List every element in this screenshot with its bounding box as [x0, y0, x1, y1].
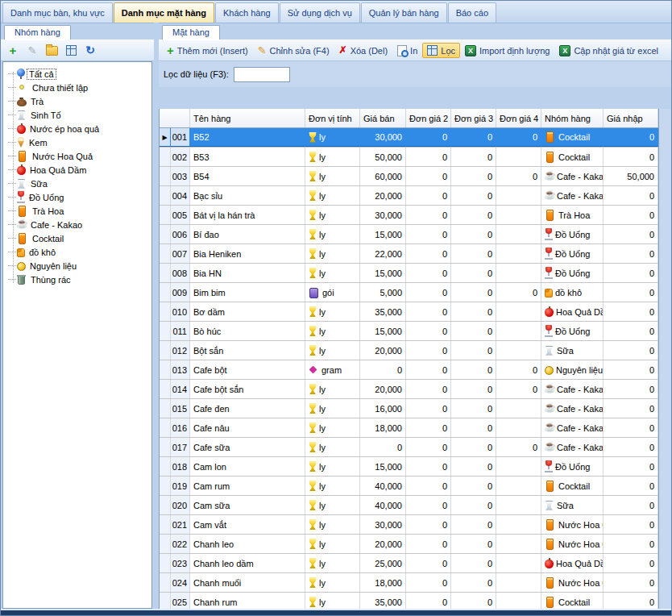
sale-price-cell[interactable]: 20,000 [360, 341, 406, 360]
column-header-Giá bán[interactable]: Giá bán [360, 109, 406, 127]
row-number-cell[interactable]: 009 [171, 283, 190, 302]
column-header-Nhóm hàng[interactable]: Nhóm hàng [541, 109, 604, 127]
ch-nh-s-a-f4--button[interactable]: ✎Chỉnh sửa (F4) [253, 43, 334, 58]
item-name-cell[interactable]: Bí đao [190, 225, 305, 243]
column-header-indicator[interactable] [160, 109, 190, 127]
row-indicator-cell[interactable] [160, 477, 171, 495]
price2-cell[interactable]: 0 [406, 515, 451, 534]
unit-cell[interactable]: ly [305, 341, 360, 360]
price3-cell[interactable]: 0 [451, 438, 496, 456]
item-name-cell[interactable]: Chanh leo [190, 535, 305, 553]
sale-price-cell[interactable]: 0 [360, 360, 406, 379]
sale-price-cell[interactable]: 15,000 [360, 225, 406, 243]
cost-price-cell[interactable]: 0 [604, 418, 658, 437]
table-row[interactable]: 019Cam rumly40,00000Cocktail0 [160, 477, 658, 496]
row-number-cell[interactable]: 022 [171, 535, 190, 553]
sale-price-cell[interactable]: 25,000 [360, 554, 406, 572]
cost-price-cell[interactable]: 0 [604, 573, 658, 592]
row-number-cell[interactable]: 012 [171, 341, 190, 360]
sale-price-cell[interactable]: 20,000 [360, 186, 406, 205]
row-indicator-cell[interactable] [160, 573, 171, 592]
group-item[interactable]: Hoa Quả Dầm [8, 163, 151, 177]
folder-button[interactable] [43, 43, 60, 59]
group-cell[interactable]: Cafe - Kakao [541, 399, 604, 418]
table-row[interactable]: 014Cafe bột sắnly20,000000Cafe - Kakao0 [160, 380, 658, 399]
row-number-cell[interactable]: 023 [171, 554, 190, 572]
table-row[interactable]: 022Chanh leoly20,00000Nước Hoa Quả0 [160, 535, 658, 554]
sale-price-cell[interactable]: 20,000 [360, 380, 406, 398]
sale-price-cell[interactable]: 15,000 [360, 322, 406, 340]
price4-cell[interactable] [496, 148, 541, 166]
price4-cell[interactable] [496, 225, 541, 243]
unit-cell[interactable]: ly [305, 477, 360, 495]
column-header-Đơn giá 3[interactable]: Đơn giá 3 [451, 109, 496, 127]
price3-cell[interactable]: 0 [451, 573, 496, 592]
price2-cell[interactable]: 0 [406, 477, 451, 495]
group-cell[interactable]: Đồ Uống [541, 322, 604, 340]
row-indicator-cell[interactable] [160, 554, 171, 572]
row-indicator-cell[interactable] [160, 148, 171, 166]
top-tab[interactable]: Báo cáo [448, 2, 496, 23]
group-cell[interactable]: Đồ Uống [541, 244, 604, 263]
row-indicator-cell[interactable] [160, 418, 171, 437]
unit-cell[interactable]: gói [305, 283, 360, 302]
table-row[interactable]: 011Bò húcly15,00000Đồ Uống0 [160, 322, 658, 341]
price3-cell[interactable]: 0 [451, 418, 496, 437]
price2-cell[interactable]: 0 [406, 167, 451, 185]
cost-price-cell[interactable]: 0 [604, 128, 658, 147]
price4-cell[interactable] [496, 322, 541, 340]
group-cell[interactable]: đồ khô [541, 283, 604, 302]
price2-cell[interactable]: 0 [406, 128, 451, 147]
row-indicator-cell[interactable] [160, 167, 171, 185]
column-header-Tên hàng[interactable]: Tên hàng [190, 109, 305, 127]
item-name-cell[interactable]: Bia HN [190, 264, 305, 282]
table-row[interactable]: 015Cafe đenly16,00000Cafe - Kakao0 [160, 399, 658, 418]
row-indicator-cell[interactable] [160, 496, 171, 514]
item-name-cell[interactable]: Chanh leo dầm [190, 554, 305, 572]
group-cell[interactable]: Nước Hoa Quả [541, 535, 604, 553]
row-indicator-cell[interactable] [160, 341, 171, 360]
unit-cell[interactable]: ly [305, 380, 360, 398]
column-header-Giá nhập[interactable]: Giá nhập [604, 109, 658, 127]
item-name-cell[interactable]: Bạc sỉu [190, 186, 305, 205]
group-cell[interactable]: Cafe - Kakao [541, 418, 604, 437]
price3-cell[interactable]: 0 [451, 225, 496, 243]
row-indicator-cell[interactable] [160, 457, 171, 476]
unit-cell[interactable]: ly [305, 438, 360, 456]
in-button[interactable]: In [392, 43, 422, 59]
group-item[interactable]: Cafe - Kakao [8, 218, 151, 231]
row-indicator-cell[interactable] [160, 360, 171, 379]
price4-cell[interactable] [496, 399, 541, 418]
price3-cell[interactable]: 0 [451, 593, 496, 609]
unit-cell[interactable]: ly [305, 593, 360, 609]
row-indicator-cell[interactable] [160, 225, 171, 243]
table-row[interactable]: 010Bơ dầmly35,00000Hoa Quả Dầm0 [160, 302, 658, 322]
row-indicator-cell[interactable] [160, 302, 171, 321]
table-row[interactable]: 012Bột sắnly20,00000Sữa0 [160, 341, 658, 360]
row-indicator-cell[interactable] [160, 438, 171, 456]
sale-price-cell[interactable]: 60,000 [360, 167, 406, 185]
sale-price-cell[interactable]: 15,000 [360, 457, 406, 476]
unit-cell[interactable]: ly [305, 418, 360, 437]
edit-pencil-button[interactable]: ✎ [23, 43, 41, 59]
table-row[interactable]: 016Cafe nâuly18,00000Cafe - Kakao0 [160, 418, 658, 438]
sale-price-cell[interactable]: 20,000 [360, 535, 406, 553]
grid-export-button[interactable] [62, 43, 80, 59]
item-name-cell[interactable]: Cam vắt [190, 515, 305, 534]
price2-cell[interactable]: 0 [406, 418, 451, 437]
price3-cell[interactable]: 0 [451, 283, 496, 302]
sale-price-cell[interactable]: 15,000 [360, 264, 406, 282]
sale-price-cell[interactable]: 22,000 [360, 244, 406, 263]
sale-price-cell[interactable]: 5,000 [360, 283, 406, 302]
row-indicator-cell[interactable] [160, 264, 171, 282]
item-name-cell[interactable]: Chanh muối [190, 573, 305, 592]
price4-cell[interactable]: 0 [496, 380, 541, 398]
item-name-cell[interactable]: Cam sữa [190, 496, 305, 514]
unit-cell[interactable]: ly [305, 244, 360, 263]
sale-price-cell[interactable]: 40,000 [360, 496, 406, 514]
price3-cell[interactable]: 0 [451, 302, 496, 321]
price2-cell[interactable]: 0 [406, 593, 451, 609]
price2-cell[interactable]: 0 [406, 438, 451, 456]
price3-cell[interactable]: 0 [451, 515, 496, 534]
price2-cell[interactable]: 0 [406, 573, 451, 592]
